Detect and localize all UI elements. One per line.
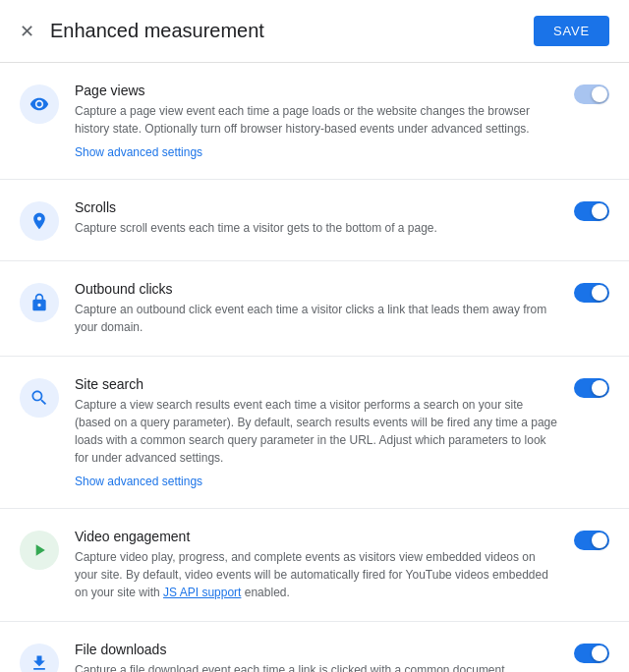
video-engagement-icon	[20, 531, 59, 570]
file-downloads-title: File downloads	[75, 642, 558, 657]
page-views-desc: Capture a page view event each time a pa…	[75, 102, 558, 138]
file-downloads-desc: Capture a file download event each time …	[75, 661, 558, 672]
scrolls-desc: Capture scroll events each time a visito…	[75, 219, 558, 237]
site-search-icon	[20, 378, 59, 418]
scrolls-toggle[interactable]	[574, 201, 609, 221]
list-item: File downloads Capture a file download e…	[0, 622, 629, 672]
video-engagement-body: Video engagement Capture video play, pro…	[75, 529, 558, 601]
site-search-toggle[interactable]	[574, 378, 609, 398]
video-engagement-title: Video engagement	[75, 529, 558, 544]
page-views-icon	[20, 84, 59, 124]
outbound-clicks-toggle[interactable]	[574, 283, 609, 303]
site-search-title: Site search	[75, 376, 558, 392]
save-button[interactable]: SAVE	[534, 16, 609, 46]
outbound-clicks-title: Outbound clicks	[75, 281, 558, 297]
page-views-toggle[interactable]	[574, 84, 609, 104]
content-area: Page views Capture a page view event eac…	[0, 63, 629, 672]
js-api-link[interactable]: JS API support	[163, 586, 241, 599]
site-search-desc: Capture a view search results event each…	[75, 396, 558, 467]
page-views-body: Page views Capture a page view event eac…	[75, 83, 558, 159]
scrolls-body: Scrolls Capture scroll events each time …	[75, 199, 558, 237]
page-views-advanced-link[interactable]: Show advanced settings	[75, 145, 202, 159]
close-button[interactable]: ✕	[16, 17, 38, 46]
header: ✕ Enhanced measurement SAVE	[0, 0, 629, 63]
header-left: ✕ Enhanced measurement	[16, 17, 264, 46]
list-item: Outbound clicks Capture an outbound clic…	[0, 261, 629, 357]
file-downloads-icon	[20, 644, 59, 672]
list-item: Video engagement Capture video play, pro…	[0, 509, 629, 622]
site-search-advanced-link[interactable]: Show advanced settings	[75, 475, 202, 488]
video-engagement-toggle[interactable]	[574, 531, 609, 550]
file-downloads-body: File downloads Capture a file download e…	[75, 642, 558, 672]
page-views-title: Page views	[75, 83, 558, 98]
outbound-clicks-icon	[20, 283, 59, 322]
video-engagement-desc: Capture video play, progress, and comple…	[75, 548, 558, 601]
list-item: Page views Capture a page view event eac…	[0, 63, 629, 180]
list-item: Scrolls Capture scroll events each time …	[0, 180, 629, 261]
list-item: Site search Capture a view search result…	[0, 357, 629, 509]
outbound-clicks-desc: Capture an outbound click event each tim…	[75, 301, 558, 336]
page-title: Enhanced measurement	[50, 20, 264, 42]
file-downloads-toggle[interactable]	[574, 644, 609, 663]
scrolls-title: Scrolls	[75, 199, 558, 215]
outbound-clicks-body: Outbound clicks Capture an outbound clic…	[75, 281, 558, 336]
scrolls-icon	[20, 201, 59, 241]
site-search-body: Site search Capture a view search result…	[75, 376, 558, 488]
